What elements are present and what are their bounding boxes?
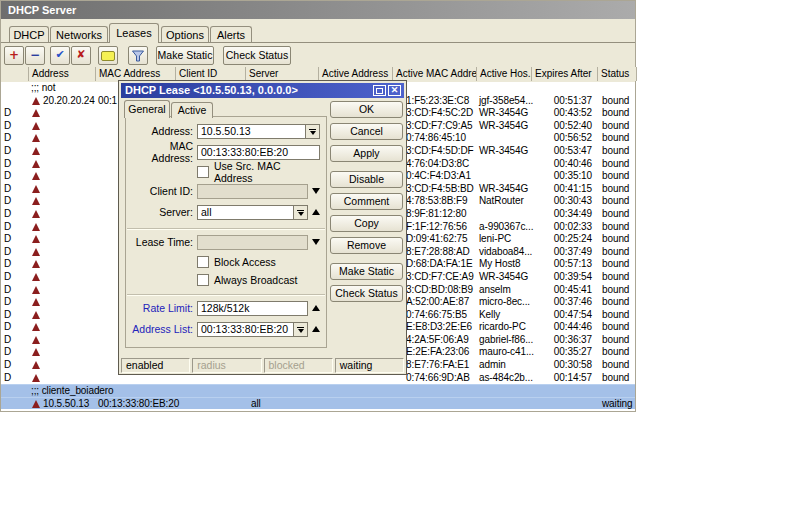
collapse-arrow-icon[interactable] bbox=[312, 326, 320, 332]
cell-text: 00:47:54 bbox=[532, 309, 592, 322]
tab-alerts[interactable]: Alerts bbox=[210, 26, 252, 42]
cell-text: 00:39:54 bbox=[532, 271, 592, 284]
make-static-button[interactable]: Make Static bbox=[330, 263, 403, 280]
cancel-button[interactable]: Cancel bbox=[330, 123, 403, 140]
cell-text: 0:74:66:9D:AB bbox=[406, 372, 470, 385]
tab-options[interactable]: Options bbox=[161, 26, 209, 42]
checkbox-label: Always Broadcast bbox=[214, 274, 297, 286]
 bbox=[310, 131, 316, 135]
cell-text: bound bbox=[602, 296, 629, 309]
cell-text: gabriel-f86... bbox=[479, 334, 533, 347]
cell-text: leni-PC bbox=[479, 233, 511, 246]
address-field[interactable]: 10.5.50.13 bbox=[197, 124, 320, 139]
lease-icon bbox=[32, 122, 40, 130]
updown-spinner-icon[interactable] bbox=[293, 206, 307, 219]
cell-text: bound bbox=[602, 107, 629, 120]
cell-text: admin bbox=[479, 359, 506, 372]
server-row: Server:all bbox=[129, 204, 320, 220]
updown-spinner-icon[interactable] bbox=[305, 125, 319, 138]
lease-icon bbox=[32, 197, 40, 205]
cell-text: 00:40:46 bbox=[532, 158, 592, 171]
comment-button[interactable]: Comment bbox=[330, 193, 403, 210]
column-header-client-id[interactable]: Client ID bbox=[176, 67, 246, 81]
cell-text: 00:43:52 bbox=[532, 107, 592, 120]
tab-leases[interactable]: Leases bbox=[109, 23, 159, 43]
address-list-field[interactable]: 00:13:33:80:EB:20 bbox=[197, 322, 308, 337]
block-access-checkbox[interactable] bbox=[197, 256, 209, 268]
enable-button[interactable]: ✔ bbox=[50, 46, 70, 65]
lease-icon bbox=[32, 311, 40, 319]
column-header-status[interactable]: Status bbox=[598, 67, 637, 81]
dialog-statusbar: enabledradiusblockedwaiting bbox=[121, 358, 404, 373]
cell-text: 4:78:53:8B:F9 bbox=[406, 195, 468, 208]
column-header-active-address[interactable]: Active Address bbox=[319, 67, 393, 81]
ok-button[interactable]: OK bbox=[330, 101, 403, 118]
make-static-button[interactable]: Make Static bbox=[156, 46, 214, 65]
cell-text: D bbox=[4, 132, 11, 145]
remove-button[interactable]: Remove bbox=[330, 237, 403, 254]
expand-arrow-icon[interactable] bbox=[312, 239, 320, 245]
add-button[interactable]: + bbox=[4, 46, 24, 65]
column-header-server[interactable]: Server bbox=[246, 67, 319, 81]
mac-address-field[interactable]: 00:13:33:80:EB:20 bbox=[197, 145, 320, 160]
disable-button[interactable]: ✘ bbox=[71, 46, 91, 65]
tab-dhcp[interactable]: DHCP bbox=[9, 26, 49, 42]
collapse-arrow-icon[interactable] bbox=[312, 305, 320, 311]
filter-button[interactable] bbox=[128, 46, 148, 65]
lease-row[interactable]: 10.5.50.1300:13:33:80:EB:20allwaiting bbox=[1, 397, 635, 410]
dialog-title: DHCP Lease <10.5.50.13, 0.0.0.0> bbox=[125, 84, 298, 96]
lease-icon bbox=[32, 97, 40, 105]
toolbar: + − ✔ ✘ Make Static Check Status bbox=[1, 45, 635, 67]
tab-networks[interactable]: Networks bbox=[50, 26, 108, 42]
cell-text: 00:25:24 bbox=[532, 233, 592, 246]
cell-text: 00:37:49 bbox=[532, 246, 592, 259]
lease-time-row: Lease Time: bbox=[129, 234, 320, 250]
address-label: Address: bbox=[129, 125, 193, 137]
dialog-tab-general[interactable]: General bbox=[124, 100, 170, 118]
client-id-field[interactable] bbox=[197, 184, 308, 199]
close-icon[interactable]: ✕ bbox=[388, 85, 401, 96]
cell-text: 0:74:86:45:10 bbox=[406, 132, 466, 145]
lease-icon bbox=[32, 361, 40, 369]
column-header-active-mac-addre-[interactable]: Active MAC Addre... bbox=[393, 67, 477, 81]
cell-text: 00:34:49 bbox=[532, 208, 592, 221]
updown-spinner-icon[interactable] bbox=[293, 323, 307, 336]
cell-text: D bbox=[4, 359, 11, 372]
apply-button[interactable]: Apply bbox=[330, 145, 403, 162]
disable-button[interactable]: Disable bbox=[330, 171, 403, 188]
cell-text: bound bbox=[602, 372, 629, 385]
column-header-active-hos-[interactable]: Active Hos... bbox=[477, 67, 532, 81]
collapse-arrow-icon[interactable] bbox=[312, 209, 320, 215]
remove-button[interactable]: − bbox=[25, 46, 45, 65]
cell-text: 00:45:41 bbox=[532, 284, 592, 297]
window-titlebar[interactable]: DHCP Server bbox=[1, 1, 635, 19]
cell-text: 00:1 bbox=[98, 95, 117, 108]
check-status-button[interactable]: Check Status bbox=[330, 285, 403, 302]
server-field[interactable]: all bbox=[197, 205, 308, 220]
column-header-mac-address[interactable]: MAC Address bbox=[96, 67, 176, 81]
use-src-mac-address-checkbox[interactable] bbox=[197, 166, 209, 178]
lease-icon bbox=[32, 210, 40, 218]
always-broadcast-checkbox[interactable] bbox=[197, 274, 209, 286]
dialog-titlebar[interactable]: DHCP Lease <10.5.50.13, 0.0.0.0> ✕ bbox=[121, 83, 404, 98]
rate-limit-label: Rate Limit: bbox=[129, 302, 193, 314]
dialog-tab-active[interactable]: Active bbox=[171, 102, 213, 118]
column-header-flag[interactable] bbox=[1, 67, 29, 81]
column-header-expires-after[interactable]: Expires After bbox=[532, 67, 598, 81]
comment-button[interactable] bbox=[98, 46, 118, 65]
expand-arrow-icon[interactable] bbox=[312, 188, 320, 194]
cell-text: as-484c2b... bbox=[479, 372, 533, 385]
rate-limit-field[interactable]: 128k/512k bbox=[197, 301, 308, 316]
comment-row[interactable]: ;;; cliente_boiadero bbox=[1, 384, 635, 397]
cell-text: D bbox=[4, 321, 11, 334]
column-header-address[interactable]: Address bbox=[29, 67, 96, 81]
cell-text: WR-3454G bbox=[479, 120, 528, 133]
lease-time-field[interactable] bbox=[197, 235, 308, 250]
status-cell-radius: radius bbox=[192, 358, 261, 373]
cell-text: WR-3454G bbox=[479, 145, 528, 158]
lease-icon bbox=[32, 248, 40, 256]
copy-button[interactable]: Copy bbox=[330, 215, 403, 232]
maximize-icon[interactable] bbox=[373, 85, 386, 96]
cell-text: 1:F5:23:3E:C8 bbox=[406, 95, 469, 108]
check-status-button[interactable]: Check Status bbox=[223, 46, 291, 65]
